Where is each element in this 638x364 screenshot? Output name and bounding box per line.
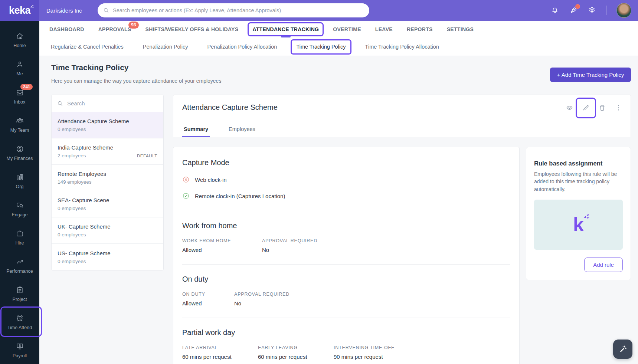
alarm-clock-icon — [16, 314, 24, 322]
global-search-input[interactable] — [113, 7, 364, 13]
settings-gear-icon[interactable] — [588, 6, 596, 14]
sidebar: Home Me 241 Inbox My Team My Finances Or… — [0, 21, 39, 364]
person-icon — [16, 60, 24, 69]
partial-work-day-heading: Partial work day — [182, 328, 510, 337]
work-from-home-fields: WORK FROM HOMEAllowed APPROVAL REQUIREDN… — [182, 238, 510, 253]
delete-trash-icon[interactable] — [598, 104, 606, 112]
partial-work-day-fields: LATE ARRIVAL60 mins per request EARLY LE… — [182, 345, 510, 360]
policy-search-input[interactable] — [67, 100, 158, 106]
capture-mode-remote-clockin: Remote clock-in (Captures Location) — [182, 192, 510, 200]
rule-card-description: Employees following this rule will be ad… — [534, 170, 623, 193]
add-time-tracking-policy-button[interactable]: + Add Time Tracking Policy — [550, 68, 631, 82]
keka-logo[interactable]: keka — [0, 0, 39, 21]
work-from-home-heading: Work from home — [182, 222, 510, 230]
magic-wand-icon — [618, 344, 628, 354]
keka-spark-icon — [30, 4, 34, 9]
section-divider — [182, 318, 510, 318]
sidebar-item-my-finances[interactable]: My Finances — [0, 139, 39, 167]
subtab-penalization-policy-allocation[interactable]: Penalization Policy Allocation — [207, 44, 277, 50]
policy-detail-title: Attendance Capture Scheme — [182, 103, 278, 112]
magic-wand-fab[interactable] — [613, 340, 632, 359]
edit-pencil-icon[interactable] — [582, 104, 590, 112]
subtab-regularize-cancel-penalties[interactable]: Regularize & Cancel Penalties — [51, 44, 124, 50]
enabled-check-circle-icon — [182, 192, 190, 200]
policy-list-item-sea-capture-scene[interactable]: SEA- Capture Scene 0 employees — [52, 191, 163, 217]
sidebar-item-home[interactable]: Home — [0, 26, 39, 54]
sidebar-item-hire[interactable]: Hire — [0, 223, 39, 252]
buildings-icon — [16, 173, 24, 181]
tab-overtime[interactable]: OVERTIME — [333, 26, 361, 32]
search-icon — [57, 100, 63, 107]
company-name: Darksiders Inc — [46, 0, 82, 21]
rocket-notification-dot — [575, 4, 580, 9]
team-icon — [16, 117, 24, 125]
tab-settings[interactable]: SETTINGS — [447, 26, 474, 32]
on-duty-fields: ON DUTYAllowed APPROVAL REQUIREDNo — [182, 292, 510, 306]
tab-leave[interactable]: LEAVE — [375, 26, 393, 32]
sidebar-item-my-team[interactable]: My Team — [0, 111, 39, 139]
whats-new-rocket-icon[interactable] — [569, 6, 578, 15]
sidebar-item-me[interactable]: Me — [0, 54, 39, 82]
inbox-count-badge: 241 — [20, 84, 33, 90]
policy-summary-panel: Capture Mode Web clock-in Remote clock-i… — [173, 147, 520, 364]
policy-detail-header: Attendance Capture Scheme Summary Employ… — [173, 95, 631, 137]
briefcase-icon — [16, 229, 24, 238]
default-tag: DEFAULT — [137, 154, 157, 158]
module-nav: DASHBOARD APPROVALS93 SHIFTS/WEEKLY OFFS… — [39, 21, 638, 37]
tab-dashboard[interactable]: DASHBOARD — [49, 26, 84, 32]
page-subtitle: Here you can manage the way you capture … — [51, 78, 221, 84]
topbar-icons — [551, 0, 638, 21]
global-search — [98, 3, 369, 17]
rule-card-title: Rule based assignment — [534, 160, 623, 167]
policy-search — [52, 95, 163, 112]
user-avatar[interactable] — [616, 3, 631, 18]
more-kebab-icon[interactable] — [615, 104, 622, 112]
capture-mode-heading: Capture Mode — [182, 158, 510, 167]
search-icon — [103, 7, 109, 14]
sidebar-item-engage[interactable]: Engage — [0, 195, 39, 223]
section-divider — [182, 211, 510, 211]
monitor-dollar-icon — [16, 342, 24, 351]
policy-list-item-india-capture-scheme[interactable]: India-Capture Scheme 2 employeesDEFAULT — [52, 138, 163, 165]
sidebar-item-org[interactable]: Org — [0, 167, 39, 195]
policy-actions — [566, 104, 622, 112]
tab-attendance-tracking[interactable]: ATTENDANCE TRACKING — [252, 26, 319, 32]
topbar-divider — [606, 6, 606, 15]
view-eye-icon[interactable] — [566, 104, 573, 112]
policy-list-item-attendance-capture-scheme[interactable]: Attendance Capture Scheme 0 employees — [52, 112, 163, 138]
home-icon — [16, 32, 24, 40]
sidebar-item-payroll[interactable]: Payroll — [0, 336, 39, 364]
sidebar-item-time-attend[interactable]: Time Attend — [0, 308, 39, 336]
page-title: Time Tracking Policy — [51, 63, 129, 72]
capture-mode-web-clockin: Web clock-in — [182, 176, 510, 183]
clipboard-icon — [16, 286, 24, 294]
tab-summary[interactable]: Summary — [182, 122, 210, 137]
subtab-time-tracking-policy[interactable]: Time Tracking Policy — [296, 44, 346, 50]
trend-up-icon — [16, 258, 24, 266]
policy-detail-tabs: Summary Employees — [173, 122, 631, 137]
chat-search-icon — [16, 201, 24, 210]
sidebar-item-inbox[interactable]: 241 Inbox — [0, 82, 39, 111]
subtab-time-tracking-policy-allocation[interactable]: Time Tracking Policy Allocation — [365, 44, 439, 50]
tab-reports[interactable]: REPORTS — [407, 26, 433, 32]
rule-based-assignment-card: Rule based assignment Employees followin… — [526, 147, 631, 280]
disabled-x-circle-icon — [182, 176, 190, 183]
approvals-count-badge: 93 — [128, 22, 138, 29]
add-rule-button[interactable]: Add rule — [584, 258, 623, 272]
keka-spark-icon — [583, 213, 590, 220]
policy-list-item-uk-capture-scheme[interactable]: UK- Capture Scheme 0 employees — [52, 217, 163, 244]
subtab-penalization-policy[interactable]: Penalization Policy — [143, 44, 188, 50]
tab-approvals[interactable]: APPROVALS93 — [98, 26, 131, 32]
attendance-subnav: Regularize & Cancel Penalties Penalizati… — [39, 37, 638, 56]
notifications-bell-icon[interactable] — [551, 6, 559, 14]
keka-logo-text: keka — [9, 5, 30, 16]
rule-card-illustration: k — [534, 200, 623, 250]
tab-employees[interactable]: Employees — [227, 122, 257, 137]
policy-list-panel: Attendance Capture Scheme 0 employees In… — [51, 95, 164, 270]
policy-list-item-us-capture-scheme[interactable]: US- Capture Scheme 0 employees — [52, 244, 163, 270]
policy-list-item-remote-employees[interactable]: Remote Employees 149 employees — [52, 165, 163, 191]
dollar-circle-icon — [16, 145, 24, 153]
sidebar-item-project[interactable]: Project — [0, 280, 39, 308]
tab-shifts-weekly-offs-holidays[interactable]: SHIFTS/WEEKLY OFFS & HOLIDAYS — [145, 26, 239, 32]
sidebar-item-performance[interactable]: Performance — [0, 252, 39, 280]
